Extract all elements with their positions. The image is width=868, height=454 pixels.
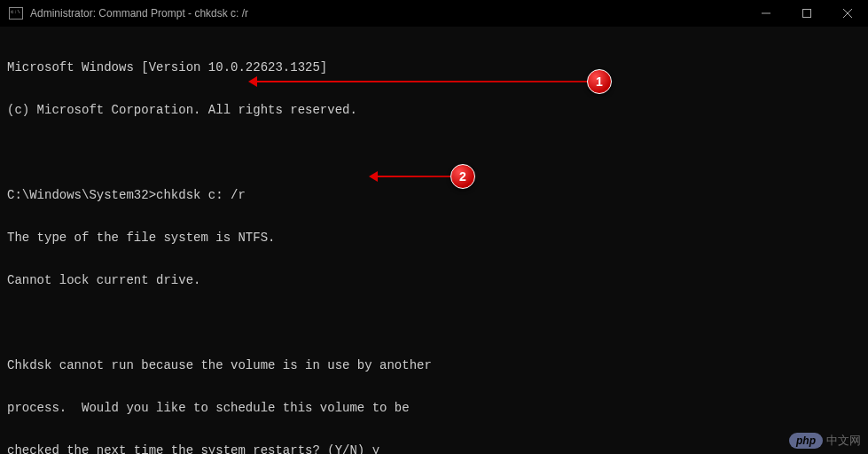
maximize-button[interactable] [786, 0, 827, 27]
svg-rect-1 [803, 10, 811, 18]
watermark: php 中文网 [789, 433, 861, 449]
maximize-icon [802, 9, 811, 18]
minimize-button[interactable] [746, 0, 786, 27]
minimize-icon [762, 9, 770, 18]
terminal-line: process. Would you like to schedule this… [7, 401, 861, 415]
annotation-badge: 1 [587, 69, 612, 94]
terminal-line: The type of the file system is NTFS. [7, 231, 861, 245]
arrow-icon [371, 176, 450, 177]
annotation-callout-2: 2 [371, 164, 475, 189]
cmd-icon [9, 7, 23, 20]
close-icon [843, 9, 852, 18]
terminal-line [7, 316, 861, 330]
window-title: Administrator: Command Prompt - chkdsk c… [30, 7, 248, 20]
terminal-line: (c) Microsoft Corporation. All rights re… [7, 103, 861, 117]
annotation-callout-1: 1 [250, 69, 612, 94]
php-logo: php [789, 433, 823, 449]
watermark-text: 中文网 [826, 433, 861, 449]
terminal-line: C:\Windows\System32>chkdsk c: /r [7, 188, 861, 202]
terminal-line: Chkdsk cannot run because the volume is … [7, 358, 861, 372]
terminal-line [7, 145, 861, 160]
terminal-line: Cannot lock current drive. [7, 273, 861, 287]
annotation-badge: 2 [450, 164, 475, 189]
window-controls [746, 0, 868, 27]
close-button[interactable] [827, 0, 868, 27]
titlebar-left: Administrator: Command Prompt - chkdsk c… [0, 7, 248, 20]
window-titlebar[interactable]: Administrator: Command Prompt - chkdsk c… [0, 0, 868, 27]
arrow-icon [250, 81, 587, 82]
terminal-line: checked the next time the system restart… [7, 443, 861, 454]
